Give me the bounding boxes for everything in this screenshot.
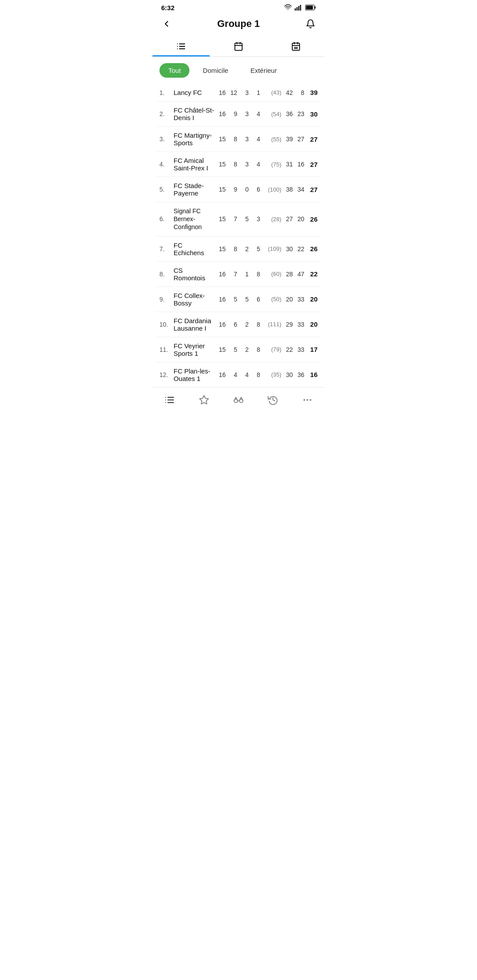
svg-rect-18 bbox=[292, 43, 300, 51]
wifi-icon bbox=[284, 4, 292, 11]
table-row[interactable]: 4.FC Amical Saint-Prex I15834(75)311627 bbox=[156, 152, 321, 177]
stat-cell: 6 bbox=[226, 321, 237, 328]
table-row[interactable]: 8.CS Romontois16718(60)284722 bbox=[156, 262, 321, 287]
stat-cell: 3 bbox=[249, 215, 260, 222]
status-bar: 6:32 bbox=[152, 0, 325, 13]
rank-cell: 8. bbox=[159, 271, 174, 278]
stat-cell: 7 bbox=[226, 271, 237, 278]
filter-domicile[interactable]: Domicile bbox=[194, 63, 237, 78]
nav-list-icon bbox=[164, 395, 175, 405]
team-name-cell: FC Dardania Lausanne I bbox=[174, 317, 214, 332]
nav-history-icon bbox=[268, 395, 278, 405]
team-name-cell: FC Collex-Bossy bbox=[174, 292, 214, 307]
stat-cell: 8 bbox=[293, 89, 304, 96]
points-cell: 26 bbox=[304, 215, 318, 223]
points-cell: 22 bbox=[304, 270, 318, 278]
table-row[interactable]: 12.FC Plan-les-Ouates 116448(35)303616 bbox=[156, 362, 321, 387]
team-name-cell: FC Stade-Payerne bbox=[174, 182, 214, 197]
table-row[interactable]: 7.FC Echichens15825(109)302226 bbox=[156, 237, 321, 262]
stat-cell: 5 bbox=[249, 245, 260, 253]
points-cell: 27 bbox=[304, 136, 318, 143]
table-row[interactable]: 5.FC Stade-Payerne15906(100)383427 bbox=[156, 177, 321, 202]
stat-cell: 3 bbox=[237, 110, 249, 117]
rank-cell: 6. bbox=[159, 215, 174, 222]
rank-cell: 1. bbox=[159, 89, 174, 96]
tab-list[interactable] bbox=[152, 36, 210, 57]
table-row[interactable]: 9.FC Collex-Bossy16556(50)203320 bbox=[156, 287, 321, 312]
rank-cell: 5. bbox=[159, 186, 174, 193]
paren-cell: (50) bbox=[260, 296, 281, 302]
stat-cell: 47 bbox=[293, 271, 304, 278]
stat-cell: 5 bbox=[237, 296, 249, 303]
stat-cell: 1 bbox=[237, 271, 249, 278]
table-row[interactable]: 10.FC Dardania Lausanne I16628(111)29332… bbox=[156, 312, 321, 337]
stat-cell: 8 bbox=[249, 321, 260, 328]
paren-cell: (35) bbox=[260, 371, 281, 378]
paren-cell: (28) bbox=[260, 216, 281, 222]
svg-point-35 bbox=[307, 400, 308, 400]
stat-cell: 2 bbox=[237, 245, 249, 253]
team-name-cell: FC Martigny-Sports bbox=[174, 132, 214, 147]
stat-cell: 28 bbox=[281, 271, 293, 278]
table-row[interactable]: 1.Lancy FC161231(43)42839 bbox=[156, 84, 321, 102]
stat-cell: 16 bbox=[214, 89, 226, 96]
rank-cell: 2. bbox=[159, 110, 174, 117]
points-cell: 20 bbox=[304, 295, 318, 303]
nav-more[interactable] bbox=[297, 393, 318, 407]
points-cell: 26 bbox=[304, 245, 318, 253]
stat-cell: 5 bbox=[226, 296, 237, 303]
stat-cell: 33 bbox=[293, 321, 304, 328]
paren-cell: (43) bbox=[260, 89, 281, 96]
filter-tout[interactable]: Tout bbox=[159, 63, 189, 78]
tab-calendar-day[interactable] bbox=[210, 36, 267, 57]
stat-cell: 8 bbox=[249, 271, 260, 278]
notifications-button[interactable] bbox=[303, 17, 318, 31]
filter-row: Tout Domicile Extérieur bbox=[152, 57, 325, 84]
stat-cell: 8 bbox=[226, 245, 237, 253]
stat-cell: 4 bbox=[249, 110, 260, 117]
stat-cell: 4 bbox=[237, 371, 249, 378]
svg-point-37 bbox=[304, 400, 305, 400]
nav-binoculars[interactable] bbox=[228, 393, 249, 407]
stat-cell: 34 bbox=[293, 186, 304, 193]
stat-cell: 15 bbox=[214, 161, 226, 168]
view-tabs bbox=[152, 36, 325, 57]
paren-cell: (100) bbox=[260, 186, 281, 193]
table-row[interactable]: 2.FC Châtel-St-Denis I16934(54)362330 bbox=[156, 102, 321, 127]
stat-cell: 2 bbox=[237, 321, 249, 328]
stat-cell: 27 bbox=[281, 215, 293, 222]
paren-cell: (79) bbox=[260, 346, 281, 353]
stat-cell: 8 bbox=[249, 371, 260, 378]
stat-cell: 20 bbox=[293, 215, 304, 222]
header: Groupe 1 bbox=[152, 13, 325, 36]
team-name-cell: CS Romontois bbox=[174, 267, 214, 282]
stat-cell: 8 bbox=[226, 161, 237, 168]
stat-cell: 16 bbox=[293, 161, 304, 168]
nav-history[interactable] bbox=[262, 393, 284, 407]
stat-cell: 39 bbox=[281, 136, 293, 143]
stat-cell: 3 bbox=[237, 136, 249, 143]
stat-cell: 38 bbox=[281, 186, 293, 193]
svg-rect-14 bbox=[235, 43, 242, 51]
calendar-week-icon bbox=[291, 41, 301, 51]
table-row[interactable]: 6.Signal FC Bernex-Confignon15753(28)272… bbox=[156, 202, 321, 237]
points-cell: 27 bbox=[304, 161, 318, 168]
paren-cell: (75) bbox=[260, 161, 281, 168]
paren-cell: (54) bbox=[260, 111, 281, 117]
stat-cell: 0 bbox=[237, 186, 249, 193]
status-time: 6:32 bbox=[161, 4, 174, 11]
back-button[interactable] bbox=[159, 17, 174, 31]
stat-cell: 31 bbox=[281, 161, 293, 168]
nav-favorites[interactable] bbox=[193, 393, 215, 407]
stat-cell: 30 bbox=[281, 371, 293, 378]
filter-exterieur[interactable]: Extérieur bbox=[242, 63, 286, 78]
rank-cell: 7. bbox=[159, 245, 174, 253]
stat-cell: 33 bbox=[293, 346, 304, 353]
table-row[interactable]: 3.FC Martigny-Sports15834(55)392727 bbox=[156, 127, 321, 152]
rank-cell: 3. bbox=[159, 136, 174, 143]
table-row[interactable]: 11.FC Veyrier Sports 115528(79)223317 bbox=[156, 337, 321, 362]
nav-list[interactable] bbox=[159, 393, 180, 407]
tab-calendar-week[interactable] bbox=[267, 36, 325, 57]
team-name-cell: FC Veyrier Sports 1 bbox=[174, 342, 214, 357]
stat-cell: 9 bbox=[226, 110, 237, 117]
